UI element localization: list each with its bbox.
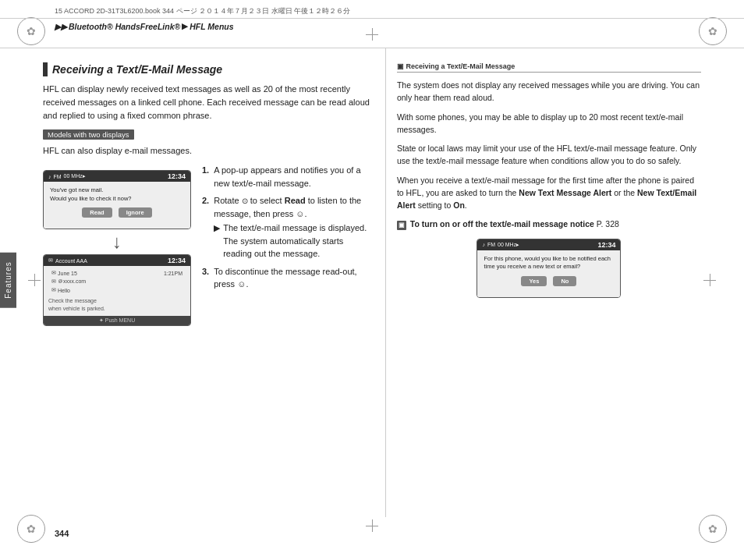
print-line: 15 ACCORD 2D-31T3L6200.book 344 ページ ２０１４… [0,0,744,19]
main-content: Receiving a Text/E-Mail Message HFL can … [43,48,701,517]
steps-list: 1. A pop-up appears and notifies you of … [202,164,371,291]
screen2-row2: ✉ ＠xxxx.com [48,277,186,286]
intro-text: HFL can display newly received text mess… [43,83,371,122]
screen2-body: ✉ June 15 1:21PM ✉ ＠xxxx.com ✉ Hello Ch [44,266,190,316]
step-3: 3. To discontinue the message read-out, … [202,265,371,291]
fm-label: FM [54,174,62,179]
screen1-header-left: ♪ FM 00 MHz▸ [48,173,86,179]
step2-sub-text: The text/e-mail message is displayed. Th… [223,222,371,261]
right-screen-header: ♪ FM 00 MHz▸ 12:34 [477,239,620,250]
right-screen-wrap: ♪ FM 00 MHz▸ 12:34 For this phone, would… [397,239,701,298]
row1-icon: ✉ [51,270,56,276]
breadcrumb-item-1: Bluetooth® HandsFreeLink® [69,22,180,31]
note-page-ref: P. 328 [597,219,619,229]
right-section-title: ▣ Receiving a Text/E-Mail Message [397,62,701,73]
right-signal-label: 00 MHz▸ [498,242,519,248]
crosshair-left [28,274,41,286]
breadcrumb-prefix: ▶▶ [55,22,67,31]
crosshair-bottom [366,519,378,532]
row1-time: 1:21PM [164,271,182,276]
screen1-read-btn[interactable]: Read [82,207,112,218]
screen1-header: ♪ FM 00 MHz▸ 12:34 [44,171,190,182]
step3-num: 3. [202,265,209,291]
right-screen-header-left: ♪ FM 00 MHz▸ [482,242,519,248]
models-badge: Models with two displays [43,129,134,140]
right-fm-label: FM [487,242,495,247]
step1-content: A pop-up appears and notifies you of a n… [214,164,371,190]
rotate-icon: ⊙ [242,197,248,205]
step-2: 2. Rotate ⊙ to select Read to listen to … [202,194,371,261]
right-note-link: ▣ To turn on or off the text/e-mail mess… [397,218,701,230]
right-column: ▣ Receiving a Text/E-Mail Message The sy… [385,48,701,517]
step1-num: 1. [202,164,209,190]
top-bar: 15 ACCORD 2D-31T3L6200.book 344 ページ ２０１４… [0,0,744,48]
account-label: Account AAA [55,258,87,264]
screen2-row1: ✉ June 15 1:21PM [48,269,186,277]
step2-num: 2. [202,194,209,261]
row1-label: June 15 [58,271,77,276]
heading-bar [43,62,48,76]
section-heading: Receiving a Text/E-Mail Message [43,62,371,76]
step2-arrow: ▶ [214,222,220,261]
down-arrow: ↓ [43,232,191,251]
screen1-message: You've got new mail.Would you like to ch… [50,186,184,203]
right-screen-yes-btn[interactable]: Yes [521,276,547,286]
right-para-4: When you receive a text/e-mail message f… [397,174,701,212]
row2-icon: ✉ [51,278,56,285]
row2-label: ＠xxxx.com [58,278,86,285]
screen2-header: ✉ Account AAA 12:34 [44,255,190,266]
screen1-body: You've got new mail.Would you like to ch… [44,182,190,229]
step3-press-icon: ☺ [237,279,246,289]
step2-content: Rotate ⊙ to select Read to listen to the… [214,194,371,261]
breadcrumb: ▶▶ Bluetooth® HandsFreeLink® ▶ HFL Menus [0,19,744,34]
corner-decoration-br: ✿ [699,515,727,543]
screen2: ✉ Account AAA 12:34 ✉ June 15 1:21PM ✉ [43,254,191,326]
screen1-buttons: Read Ignore [50,207,184,218]
right-screen: ♪ FM 00 MHz▸ 12:34 For this phone, would… [477,239,621,298]
right-screen-body: For this phone, would you like to be not… [477,250,620,297]
screen1: ♪ FM 00 MHz▸ 12:34 You've got new mail.W… [43,170,191,229]
page-number: 344 [55,529,69,538]
corner-decoration-bl: ✿ [17,515,45,543]
right-screen-no-btn[interactable]: No [553,276,576,286]
right-screen-time: 12:34 [597,241,615,249]
crosshair-right [703,274,716,286]
right-title-icon: ▣ [397,62,404,70]
right-para-3: State or local laws may limit your use o… [397,142,701,168]
mail-icon: ✉ [48,257,53,264]
screen2-time: 12:34 [168,257,186,264]
screen2-row3: ✉ Hello [48,286,186,294]
signal-label: 00 MHz▸ [64,173,86,179]
screen1-time: 12:34 [168,172,186,180]
note-link-text: To turn on or off the text/e-mail messag… [410,219,594,229]
left-column: Receiving a Text/E-Mail Message HFL can … [43,48,385,517]
screen1-ignore-btn[interactable]: Ignore [119,207,152,218]
screen2-note: Check the messagewhen vehicle is parked. [48,297,186,313]
breadcrumb-separator: ▶ [182,22,188,30]
right-para-2: With some phones, you may be able to dis… [397,111,701,136]
music-icon: ♪ [48,174,51,179]
right-screen-buttons: Yes No [484,276,614,286]
screen-mockups: ♪ FM 00 MHz▸ 12:34 You've got new mail.W… [43,170,191,326]
right-screen-message: For this phone, would you like to be not… [484,255,614,271]
right-title-text: Receiving a Text/E-Mail Message [406,62,515,70]
breadcrumb-item-2: HFL Menus [190,22,233,31]
screen2-footer: ✦ Push MENU [44,316,190,325]
steps-container: 1. A pop-up appears and notifies you of … [202,164,371,296]
right-para-1: The system does not display any received… [397,79,701,105]
models-text: HFL can also display e-mail messages. [43,144,371,158]
section-title: Receiving a Text/E-Mail Message [52,63,222,76]
step2-sub: ▶ The text/e-mail message is displayed. … [214,222,371,261]
step3-content: To discontinue the message read-out, pre… [214,265,371,291]
press-icon: ☺ [296,209,304,218]
step-1: 1. A pop-up appears and notifies you of … [202,164,371,190]
row3-label: Hello [58,288,70,293]
screen2-header-left: ✉ Account AAA [48,257,87,264]
right-music-icon: ♪ [482,242,485,247]
note-icon: ▣ [397,221,406,230]
side-tab-features: Features [0,252,16,307]
row3-icon: ✉ [51,287,56,293]
